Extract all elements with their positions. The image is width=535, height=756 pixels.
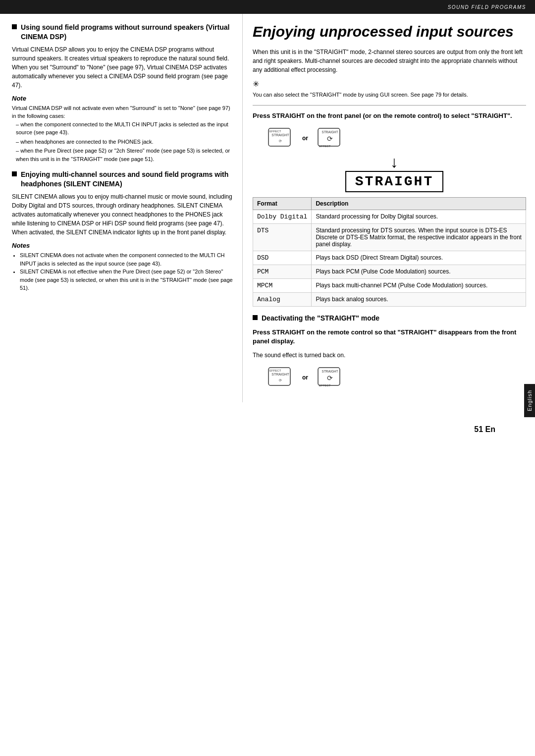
section2-title: Enjoying multi-channel sources and sound… [21, 170, 233, 189]
right-body: When this unit is in the "STRAIGHT" mode… [253, 48, 526, 74]
notes-item: SILENT CINEMA is not effective when the … [20, 268, 233, 292]
table-cell-format: Dolby Digital [253, 210, 312, 223]
section1-heading: Using sound field programs without surro… [12, 23, 233, 42]
deact-button-svg-1: STRAIGHT ⟳ EFFECT [268, 367, 293, 388]
notes-title: Notes [12, 242, 233, 249]
table-cell-description: Plays back analog sources. [312, 292, 526, 306]
format-table: Format Description Dolby DigitalStandard… [253, 197, 526, 307]
svg-text:STRAIGHT: STRAIGHT [322, 130, 338, 134]
notes-box: Notes SILENT CINEMA does not activate wh… [12, 242, 233, 292]
deactivating-section: Deactivating the "STRAIGHT" mode Press S… [253, 314, 526, 388]
right-column: Enjoying unprocessed input sources When … [243, 14, 535, 402]
section1-body: Virtual CINEMA DSP allows you to enjoy t… [12, 45, 233, 90]
table-row: PCMPlays back PCM (Pulse Code Modulation… [253, 265, 526, 278]
note-box: Note Virtual CINEMA DSP will not activat… [12, 95, 233, 163]
svg-text:EFFECT: EFFECT [269, 369, 281, 372]
table-cell-format: Analog [253, 292, 312, 306]
note-item: when the component connected to the MULT… [16, 120, 233, 137]
straight-text: STRAIGHT [345, 171, 443, 192]
top-bar-label: Sound Field Programs [448, 4, 526, 10]
left-column: Using sound field programs without surro… [0, 14, 243, 402]
table-cell-format: DSD [253, 251, 312, 265]
deact-body: The sound effect is turned back on. [253, 351, 526, 360]
or-label: or [302, 135, 308, 142]
notes-item: SILENT CINEMA does not activate when the… [20, 251, 233, 268]
table-header-format: Format [253, 197, 312, 210]
deact-button-2: STRAIGHT ⟳ EFFECT [317, 367, 343, 388]
table-cell-format: MPCM [253, 278, 312, 292]
deact-buttons-row: STRAIGHT ⟳ EFFECT or STRAIGHT ⟳ EFFECT [268, 367, 526, 388]
section2-body: SILENT CINEMA allows you to enjoy multi-… [12, 192, 233, 237]
straight-button-1: STRAIGHT ⟳ EFFECT [268, 127, 293, 149]
table-row: DSDPlays back DSD (Direct Stream Digital… [253, 251, 526, 265]
buttons-row: STRAIGHT ⟳ EFFECT or STRAIGHT ⟳ EFFECT [268, 127, 526, 149]
note-item: when the Pure Direct (see page 52) or "2… [16, 147, 233, 163]
bullet-icon [12, 171, 17, 176]
table-cell-description: Plays back DSD (Direct Stream Digital) s… [312, 251, 526, 265]
right-big-title: Enjoying unprocessed input sources [253, 23, 526, 41]
bullet-icon [12, 24, 17, 29]
right-column-wrapper: Enjoying unprocessed input sources When … [243, 14, 535, 402]
straight-display: ↓ STRAIGHT [263, 154, 526, 192]
table-row: MPCMPlays back multi-channel PCM (Pulse … [253, 278, 526, 292]
svg-text:STRAIGHT: STRAIGHT [271, 373, 289, 376]
table-cell-description: Plays back multi-channel PCM (Pulse Code… [312, 278, 526, 292]
table-cell-format: PCM [253, 265, 312, 278]
note-item: when headphones are connected to the PHO… [16, 138, 233, 146]
bullet-icon [253, 315, 258, 320]
svg-text:⟳: ⟳ [327, 135, 333, 143]
top-bar: Sound Field Programs [0, 0, 535, 14]
straight-button-svg-2: STRAIGHT ⟳ EFFECT [317, 127, 343, 149]
bottom-area: 51 En English [0, 402, 535, 442]
tip-text: You can also select the "STRAIGHT" mode … [253, 91, 526, 99]
svg-text:EFFECT: EFFECT [269, 130, 281, 133]
table-row: Dolby DigitalStandard processing for Dol… [253, 210, 526, 223]
notes-list: SILENT CINEMA does not activate when the… [12, 251, 233, 292]
deact-button-svg-2: STRAIGHT ⟳ EFFECT [317, 367, 343, 388]
deact-press-instruction: Press STRAIGHT on the remote control so … [253, 328, 526, 346]
straight-button-2: STRAIGHT ⟳ EFFECT [317, 127, 343, 149]
table-row: AnalogPlays back analog sources. [253, 292, 526, 306]
tip-sun-icon: ✳ [253, 79, 526, 89]
main-content: Using sound field programs without surro… [0, 14, 535, 402]
section1-title: Using sound field programs without surro… [21, 23, 233, 42]
section2-heading: Enjoying multi-channel sources and sound… [12, 170, 233, 189]
note-intro: Virtual CINEMA DSP will not activate eve… [12, 104, 233, 120]
note-title: Note [12, 95, 233, 102]
page-number: 51 En [474, 425, 495, 434]
table-cell-description: Plays back PCM (Pulse Code Modulation) s… [312, 265, 526, 278]
svg-text:⟳: ⟳ [279, 378, 282, 382]
straight-button-svg-1: STRAIGHT ⟳ EFFECT [268, 127, 293, 149]
deact-button-1: STRAIGHT ⟳ EFFECT [268, 367, 293, 388]
english-tab: English [524, 384, 535, 417]
table-cell-format: DTS [253, 223, 312, 251]
svg-text:STRAIGHT: STRAIGHT [322, 370, 338, 373]
deact-heading-wrapper: Deactivating the "STRAIGHT" mode [253, 314, 526, 323]
divider1 [253, 105, 526, 106]
deact-heading: Deactivating the "STRAIGHT" mode [262, 314, 379, 323]
table-row: DTSStandard processing for DTS sources. … [253, 223, 526, 251]
svg-text:EFFECT: EFFECT [319, 145, 331, 148]
svg-text:⟳: ⟳ [327, 374, 333, 382]
table-cell-description: Standard processing for DTS sources. Whe… [312, 223, 526, 251]
table-header-description: Description [312, 197, 526, 210]
svg-text:STRAIGHT: STRAIGHT [271, 133, 289, 137]
note-list: when the component connected to the MULT… [12, 120, 233, 163]
svg-text:⟳: ⟳ [279, 139, 282, 143]
svg-text:EFFECT: EFFECT [319, 384, 331, 387]
deact-or-label: or [302, 374, 308, 381]
down-arrow-icon: ↓ [390, 154, 398, 170]
press-heading: Press STRAIGHT on the front panel (or on… [253, 111, 526, 120]
table-cell-description: Standard processing for Dolby Digital so… [312, 210, 526, 223]
